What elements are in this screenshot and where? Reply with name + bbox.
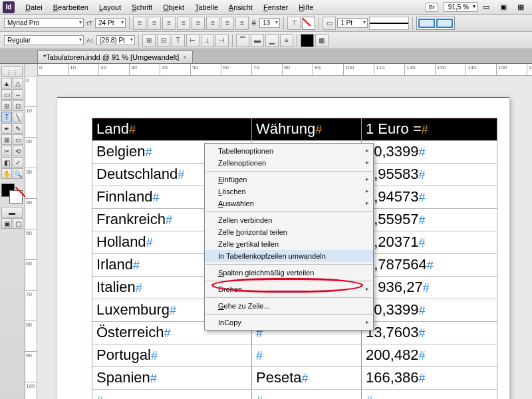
menu-schrift[interactable]: Schrift — [126, 1, 158, 13]
content-collector-tool[interactable]: ⊞ — [1, 100, 12, 111]
eyedropper-tool[interactable]: ✓ — [13, 157, 23, 168]
justify-all-icon[interactable]: ≡ — [177, 17, 190, 30]
gradient-swatch-tool[interactable]: ◧ — [1, 157, 12, 168]
table-cell[interactable]: Spanien# — [92, 367, 252, 389]
ctx-zellenoptionen[interactable]: Zellenoptionen — [205, 157, 373, 169]
menu-ansicht[interactable]: Ansicht — [223, 1, 258, 13]
table-cell[interactable]: Portugal# — [92, 344, 252, 366]
ctx-einfuegen[interactable]: Einfügen — [205, 174, 373, 186]
menu-datei[interactable]: Datei — [20, 1, 48, 13]
table-row[interactable]: ### — [92, 389, 497, 399]
grabber-icon[interactable]: ⋮⋮ — [1, 66, 23, 77]
rotate-270-icon[interactable]: ⊣ — [215, 34, 229, 47]
align-center-icon[interactable]: ≡ — [148, 17, 161, 30]
justify-center-icon[interactable]: ≡ — [206, 17, 219, 30]
table-cell[interactable]: # — [252, 344, 362, 366]
ctx-loeschen[interactable]: Löschen — [205, 186, 373, 198]
table-cell[interactable]: # — [92, 390, 252, 399]
stroke-type-field[interactable] — [369, 17, 409, 30]
table-cell[interactable]: 200,482# — [362, 344, 497, 366]
font-family-field[interactable]: Myriad Pro — [4, 18, 84, 28]
table-cell[interactable]: 13,7603# — [362, 322, 497, 344]
rectangle-frame-tool[interactable]: ⊠ — [1, 134, 12, 145]
font-style-field[interactable]: Regular — [4, 35, 84, 45]
arrange-icon[interactable]: ▦ — [513, 1, 528, 13]
document-tab[interactable]: *Tabulatoren.indd @ 91 % [Umgewandelt] × — [37, 51, 193, 63]
gap-tool[interactable]: ↔ — [13, 89, 23, 100]
rotate-0-icon[interactable]: T — [172, 34, 185, 47]
cell-valign-just-icon[interactable]: ≡ — [280, 34, 293, 47]
menu-fenster[interactable]: Fenster — [258, 1, 293, 13]
ctx-incopy[interactable]: InCopy — [205, 317, 373, 329]
ctx-spalten-verteilen[interactable]: Spalten gleichmäßig verteilen — [205, 267, 373, 279]
zoom-field[interactable]: 91,5 % — [444, 2, 477, 12]
free-transform-tool[interactable]: ⟲ — [13, 146, 23, 156]
table-cell[interactable]: 40,3399# — [362, 299, 497, 321]
table-cell[interactable]: # — [252, 390, 362, 399]
table-row[interactable]: Spanien#Peseta#166,386# — [92, 366, 497, 389]
page-tool[interactable]: ▭ — [1, 89, 12, 100]
cell-valign-bot-icon[interactable]: ▁ — [265, 34, 279, 47]
preview-view-icon[interactable]: ▢ — [13, 218, 23, 229]
bridge-button[interactable]: Br — [426, 3, 438, 12]
fill-none-swatch[interactable] — [302, 17, 315, 30]
rectangle-tool[interactable]: ▭ — [13, 134, 23, 145]
justify-full-icon[interactable]: ≡ — [235, 17, 249, 30]
zoom-tool[interactable]: 🔍 — [13, 168, 23, 179]
cell-valign-mid-icon[interactable]: ▬ — [251, 34, 264, 47]
leading-field[interactable]: (28,8) Pt — [96, 35, 135, 45]
stroke-weight-field[interactable]: 1 Pt — [337, 18, 368, 28]
table-cell[interactable]: 5,94573# — [362, 186, 497, 208]
pencil-tool[interactable]: ✎ — [13, 123, 23, 134]
close-tab-icon[interactable]: × — [183, 54, 186, 61]
table-cell[interactable]: 166,386# — [362, 367, 497, 389]
justify-right-icon[interactable]: ≡ — [221, 17, 234, 30]
ctx-vertikal-teilen[interactable]: Zelle vertikal teilen — [205, 238, 373, 250]
direct-selection-tool[interactable]: △ — [13, 78, 23, 88]
table-header-cell[interactable]: Land# — [92, 118, 252, 140]
menu-objekt[interactable]: Objekt — [158, 1, 190, 13]
table-cell[interactable]: 0,787564# — [362, 254, 497, 276]
unmerge-cells-icon[interactable]: ⊟ — [157, 34, 170, 47]
type-tool[interactable]: T — [1, 112, 12, 122]
menu-layout[interactable]: Layout — [94, 1, 126, 13]
table-row[interactable]: Portugal##200,482# — [92, 344, 497, 366]
align-right-icon[interactable]: ≡ — [162, 17, 176, 30]
font-size-field[interactable]: 24 Pt — [95, 18, 126, 28]
table-cell[interactable]: # — [362, 390, 497, 399]
stroke-style-icon[interactable]: ▭ — [323, 17, 336, 30]
rotate-90-icon[interactable]: ⊢ — [186, 34, 200, 47]
menu-bearbeiten[interactable]: Bearbeiten — [48, 1, 94, 13]
stroke-proxy-icon[interactable]: ▦ — [315, 34, 329, 47]
fill-stroke-swatches[interactable] — [1, 184, 23, 203]
scissors-tool[interactable]: ✂ — [1, 146, 12, 156]
apply-color-icon[interactable]: ▬ — [1, 207, 23, 217]
ctx-auswaehlen[interactable]: Auswählen — [205, 198, 373, 209]
ctx-zellen-verbinden[interactable]: Zellen verbinden — [205, 214, 373, 226]
ctx-drehen[interactable]: Drehen — [205, 283, 373, 295]
table-cell[interactable]: Peseta# — [252, 367, 362, 389]
normal-view-icon[interactable]: ▣ — [1, 218, 12, 229]
align-left-icon[interactable]: ≡ — [133, 17, 146, 30]
view-options-icon[interactable]: ▭ — [479, 1, 493, 13]
table-cell[interactable]: 40,3399# — [362, 141, 497, 163]
ctx-gehe-zu-zeile[interactable]: Gehe zu Zeile... — [205, 300, 373, 312]
table-cell[interactable]: 1,95583# — [362, 164, 497, 186]
table-header-cell[interactable]: 1 Euro =# — [362, 118, 497, 140]
cell-valign-top-icon[interactable]: ▔ — [236, 34, 249, 47]
line-tool[interactable]: ╲ — [13, 112, 23, 122]
ctx-in-kopfzeilen-umwandeln[interactable]: In Tabellenkopfzeilen umwandeln — [205, 250, 373, 262]
rotate-180-icon[interactable]: ⊥ — [201, 34, 214, 47]
pen-tool[interactable]: ✒ — [1, 123, 12, 134]
screen-mode-icon[interactable]: ▣ — [496, 1, 511, 13]
columns-field[interactable]: 13 — [259, 18, 280, 28]
table-cell[interactable]: 1 936,27# — [362, 277, 497, 299]
fill-black-swatch[interactable] — [301, 34, 314, 47]
justify-left-icon[interactable]: ≡ — [192, 17, 205, 30]
table-cell[interactable]: 2,20371# — [362, 231, 497, 253]
table-header-cell[interactable]: Währung# — [252, 118, 362, 140]
hand-tool[interactable]: ✋ — [1, 168, 12, 179]
ctx-tabellenoptionen[interactable]: Tabellenoptionen — [205, 145, 373, 157]
menu-hilfe[interactable]: Hilfe — [293, 1, 319, 13]
selection-tool[interactable]: ▲ — [1, 78, 12, 88]
